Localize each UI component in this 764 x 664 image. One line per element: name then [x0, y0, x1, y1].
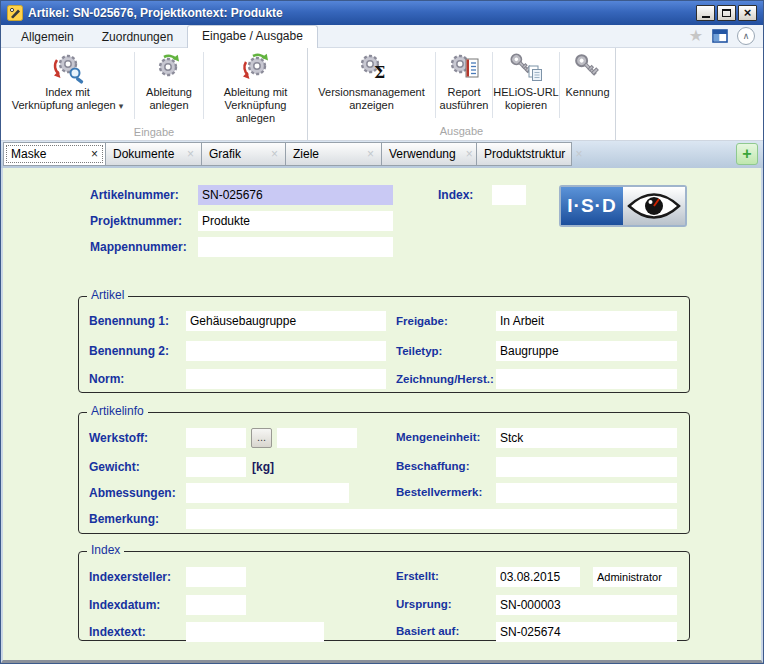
basiert-auf-input[interactable]: [496, 622, 677, 642]
close-tab-icon[interactable]: ×: [466, 147, 473, 161]
doc-tab-label: Verwendung: [389, 147, 456, 161]
artikelnummer-label: Artikelnummer:: [90, 188, 179, 202]
window-title: Artikel: SN-025676, Projektkontext: Prod…: [28, 6, 696, 20]
benennung1-input[interactable]: [186, 311, 386, 331]
benennung2-label: Benennung 2:: [89, 344, 169, 358]
doc-tab-ziele[interactable]: Ziele ×: [285, 142, 382, 166]
close-tab-icon[interactable]: ×: [187, 147, 194, 161]
close-tab-icon[interactable]: ×: [271, 147, 278, 161]
projektnummer-input[interactable]: [198, 211, 393, 231]
dropdown-arrow-icon[interactable]: ▾: [119, 101, 124, 111]
ursprung-label: Ursprung:: [396, 598, 452, 610]
indexdatum-input[interactable]: [186, 595, 246, 615]
doc-tab-produktstruktur[interactable]: Produktstruktur ×: [476, 142, 572, 166]
doc-tab-label: Grafik: [209, 147, 241, 161]
artikelnummer-input[interactable]: [198, 185, 393, 205]
minimize-button[interactable]: [696, 5, 715, 21]
abmessungen-label: Abmessungen:: [89, 486, 176, 500]
index-mit-verknuepfung-anlegen-button[interactable]: Index mit Verknüpfung anlegen ▾: [1, 48, 134, 125]
werkstoff-label: Werkstoff:: [89, 431, 148, 445]
artikelinfo-group: Artikelinfo Werkstoff: ... Mengeneinheit…: [78, 412, 690, 534]
svg-text:Σ: Σ: [374, 63, 385, 82]
basiert-auf-label: Basiert auf:: [396, 625, 459, 637]
report-ausfuehren-button[interactable]: Report ausführen: [436, 48, 492, 124]
zeichnung-herst-input[interactable]: [496, 369, 677, 389]
isd-logo: I·S·D: [559, 185, 687, 227]
benennung2-input[interactable]: [186, 341, 386, 361]
ableitung-mit-verknuepfung-anlegen-button[interactable]: Ableitung mit Verknüpfung anlegen: [204, 48, 307, 125]
teiletyp-input[interactable]: [496, 341, 677, 361]
kennung-button[interactable]: Kennung: [560, 48, 615, 124]
werkstoff-input-2[interactable]: [277, 428, 357, 448]
doc-tab-label: Ziele: [293, 147, 319, 161]
index-group-legend: Index: [87, 543, 124, 557]
ribbon-group-ausgabe: Σ Versionsmanagement anzeigen: [308, 48, 616, 140]
gear-red-arrow-search-icon: [50, 51, 86, 85]
ribbon-tab-allgemein[interactable]: Allgemein: [7, 27, 88, 47]
abmessungen-input[interactable]: [186, 483, 349, 503]
doc-tab-label: Produktstruktur: [484, 147, 565, 161]
index-input[interactable]: [492, 185, 526, 205]
ableitung-anlegen-button[interactable]: Ableitung anlegen: [135, 48, 203, 125]
beschaffung-input[interactable]: [496, 457, 677, 477]
helios-url-kopieren-button[interactable]: HELiOS-URL kopieren: [493, 48, 559, 124]
close-tab-icon[interactable]: ×: [367, 147, 374, 161]
artikelinfo-group-legend: Artikelinfo: [87, 404, 148, 418]
bemerkung-input[interactable]: [186, 509, 677, 529]
indextext-label: Indextext:: [89, 625, 146, 639]
werkstoff-input[interactable]: [186, 428, 246, 448]
index-group: Index Indexersteller: Erstellt: Indexdat…: [78, 551, 690, 641]
indexersteller-label: Indexersteller:: [89, 570, 171, 584]
indexersteller-input[interactable]: [186, 567, 246, 587]
freigabe-label: Freigabe:: [396, 315, 448, 327]
close-button[interactable]: ×: [738, 5, 757, 21]
norm-input[interactable]: [186, 369, 386, 389]
gear-report-icon: [446, 51, 482, 85]
mengeneinheit-label: Mengeneinheit:: [396, 431, 480, 443]
add-tab-button[interactable]: +: [736, 143, 758, 165]
form-area: Artikelnummer: Index: I·S·D Projektnumme…: [1, 168, 763, 663]
doc-tab-verwendung[interactable]: Verwendung ×: [381, 142, 477, 166]
gear-sigma-icon: Σ: [354, 51, 390, 85]
mengeneinheit-input[interactable]: [496, 428, 677, 448]
ursprung-input[interactable]: [496, 595, 677, 615]
versionsmanagement-anzeigen-button[interactable]: Σ Versionsmanagement anzeigen: [308, 48, 435, 124]
ribbon-group-label: Eingabe: [1, 125, 307, 140]
favorite-star-icon[interactable]: ★: [689, 28, 703, 44]
collapse-ribbon-button[interactable]: ∧: [737, 27, 755, 45]
ribbon-tab-eingabe-ausgabe[interactable]: Eingabe / Ausgabe: [187, 25, 318, 48]
doc-tab-grafik[interactable]: Grafik ×: [201, 142, 286, 166]
gewicht-unit-label: [kg]: [252, 460, 274, 474]
isd-eye-icon: [626, 189, 682, 223]
erstellt-label: Erstellt:: [396, 570, 439, 582]
erstellt-datum-input[interactable]: [496, 567, 580, 587]
gewicht-label: Gewicht:: [89, 460, 140, 474]
maximize-icon: [722, 9, 731, 17]
close-tab-icon[interactable]: ×: [575, 147, 582, 161]
artikel-group-legend: Artikel: [87, 288, 128, 302]
indextext-input[interactable]: [186, 622, 324, 642]
ribbon-group-eingabe: Index mit Verknüpfung anlegen ▾ Ableitun…: [1, 48, 308, 140]
ribbon-tab-bar: Allgemein Zuordnungen Eingabe / Ausgabe …: [1, 25, 763, 48]
doc-tab-label: Maske: [11, 147, 46, 161]
gewicht-input[interactable]: [186, 457, 246, 477]
werkstoff-browse-button[interactable]: ...: [251, 428, 272, 448]
panel-icon[interactable]: [712, 29, 728, 43]
maximize-button[interactable]: [717, 5, 736, 21]
ribbon-group-label: Ausgabe: [308, 124, 615, 140]
freigabe-input[interactable]: [496, 311, 677, 331]
index-label: Index:: [438, 188, 473, 202]
close-tab-icon[interactable]: ×: [91, 147, 98, 161]
document-tab-bar: Maske × Dokumente × Grafik × Ziele × Ver…: [1, 141, 763, 168]
ribbon-tab-zuordnungen[interactable]: Zuordnungen: [88, 27, 187, 47]
mappennummer-input[interactable]: [198, 237, 393, 257]
gear-green-arrow-icon: [151, 51, 187, 85]
bestellvermerk-label: Bestellvermerk:: [396, 486, 482, 498]
bestellvermerk-input[interactable]: [496, 483, 677, 503]
doc-tab-maske[interactable]: Maske ×: [3, 142, 106, 166]
minimize-icon: [702, 16, 710, 18]
doc-tab-dokumente[interactable]: Dokumente ×: [105, 142, 202, 166]
benennung1-label: Benennung 1:: [89, 314, 169, 328]
erstellt-benutzer-input[interactable]: [593, 567, 677, 587]
artikel-group: Artikel Benennung 1: Freigabe: Benennung…: [78, 296, 690, 393]
